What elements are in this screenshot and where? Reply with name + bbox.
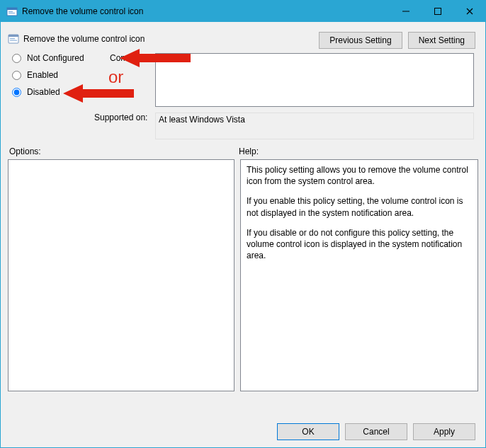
close-button[interactable]	[453, 1, 485, 22]
svg-rect-5	[434, 8, 441, 15]
panes: This policy setting allows you to remove…	[8, 159, 478, 391]
cancel-button[interactable]: Cancel	[345, 423, 407, 440]
svg-rect-9	[10, 40, 17, 41]
minimize-button[interactable]	[390, 1, 422, 22]
ok-button[interactable]: OK	[277, 423, 339, 440]
radio-enabled-label: Enabled	[27, 70, 58, 80]
comment-label: Comment:	[110, 53, 149, 63]
lower-labels: Options: Help:	[8, 147, 478, 156]
help-pane: This policy setting allows you to remove…	[240, 159, 478, 391]
radio-disabled-input[interactable]	[12, 88, 21, 97]
help-paragraph: If you disable or do not configure this …	[247, 227, 472, 262]
header-row: Remove the volume control icon Previous …	[8, 29, 478, 49]
dialog-footer: OK Cancel Apply	[277, 423, 475, 440]
apply-button[interactable]: Apply	[413, 423, 475, 440]
state-radio-group: Not Configured Enabled Disabled	[12, 53, 84, 97]
policy-title: Remove the volume control icon	[23, 34, 145, 44]
svg-rect-7	[9, 35, 18, 37]
supported-on-label: Supported on:	[94, 113, 147, 122]
svg-rect-8	[10, 38, 15, 39]
options-label: Options:	[8, 147, 237, 156]
svg-rect-2	[9, 11, 13, 12]
svg-rect-1	[7, 8, 17, 10]
dialog-window: Remove the volume control icon	[0, 0, 486, 448]
radio-enabled-input[interactable]	[12, 71, 21, 80]
header-buttons: Previous Setting Next Setting	[319, 32, 475, 49]
comment-textarea[interactable]	[155, 53, 474, 107]
help-label: Help:	[237, 147, 259, 156]
annotation-or-text: or	[108, 67, 123, 87]
help-paragraph: This policy setting allows you to remove…	[247, 164, 472, 187]
radio-not-configured-label: Not Configured	[27, 53, 84, 63]
next-setting-button[interactable]: Next Setting	[408, 32, 475, 49]
header-left: Remove the volume control icon	[8, 29, 319, 45]
supported-on-text: At least Windows Vista	[159, 115, 245, 125]
radio-enabled[interactable]: Enabled	[12, 70, 84, 80]
radio-disabled-label: Disabled	[27, 87, 60, 97]
policy-icon	[8, 33, 19, 45]
radio-not-configured-input[interactable]	[12, 54, 21, 63]
svg-rect-3	[9, 13, 15, 13]
radio-disabled[interactable]: Disabled	[12, 87, 84, 97]
supported-on-value: At least Windows Vista	[155, 113, 474, 139]
maximize-button[interactable]	[422, 1, 453, 22]
options-pane	[8, 159, 234, 391]
radio-not-configured[interactable]: Not Configured	[12, 53, 84, 63]
policy-editor-icon	[6, 6, 18, 17]
help-paragraph: If you enable this policy setting, the v…	[247, 195, 472, 218]
svg-rect-4	[402, 11, 409, 12]
previous-setting-button[interactable]: Previous Setting	[319, 32, 402, 49]
dialog-content: Remove the volume control icon Previous …	[1, 22, 485, 391]
window-title: Remove the volume control icon	[22, 6, 390, 16]
titlebar: Remove the volume control icon	[1, 1, 485, 22]
state-area: Not Configured Enabled Disabled Comment:…	[8, 53, 478, 145]
